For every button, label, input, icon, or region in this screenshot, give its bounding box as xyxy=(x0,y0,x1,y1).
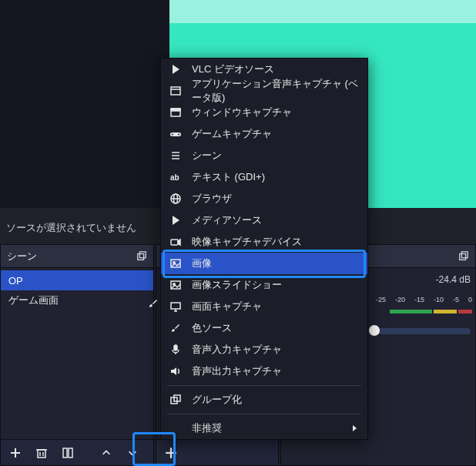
svg-rect-4 xyxy=(38,450,45,458)
move-scene-up-button[interactable] xyxy=(96,443,116,463)
scenes-panel: シーン OPゲーム画面 xyxy=(0,244,154,466)
none-icon xyxy=(169,421,183,435)
svg-rect-1 xyxy=(139,251,146,257)
db-readout: -24.4 dB xyxy=(436,274,471,285)
scene-item[interactable]: OP xyxy=(1,270,153,290)
menu-item-group[interactable]: グループ化 xyxy=(161,389,367,411)
scenes-list: OPゲーム画面 xyxy=(1,268,153,439)
scenes-title: シーン xyxy=(7,250,37,263)
no-source-selected-label: ソースが選択されていません xyxy=(6,221,136,235)
scenes-header[interactable]: シーン xyxy=(1,245,153,268)
svg-marker-29 xyxy=(173,216,179,225)
svg-rect-0 xyxy=(138,253,144,260)
svg-rect-8 xyxy=(63,448,67,458)
menu-item-text-gdi[interactable]: abテキスト (GDI+) xyxy=(161,166,367,188)
menu-item-label: 画像スライドショー xyxy=(192,278,282,292)
menu-item-deprecated[interactable]: 非推奨 xyxy=(161,417,367,439)
image-icon xyxy=(169,278,183,292)
svg-marker-44 xyxy=(353,425,357,431)
sources-toolbar xyxy=(156,439,278,465)
menu-separator xyxy=(167,385,361,386)
menu-item-audio-in[interactable]: 音声入力キャプチャ xyxy=(161,339,367,360)
window-icon xyxy=(169,106,183,119)
menu-item-slideshow[interactable]: 画像スライドショー xyxy=(161,274,367,296)
svg-rect-9 xyxy=(69,448,72,458)
volume-slider[interactable] xyxy=(370,328,471,334)
menu-item-scene-src[interactable]: シーン xyxy=(161,145,367,166)
add-source-context-menu[interactable]: VLC ビデオソースアプリケーション音声キャプチャ (ベータ版)ウィンドウキャプ… xyxy=(160,58,368,440)
meter-seg-green xyxy=(390,310,432,313)
menu-item-label: 音声出力キャプチャ xyxy=(192,364,282,378)
svg-point-21 xyxy=(178,134,179,136)
meter-seg-red xyxy=(458,310,472,313)
svg-text:ab: ab xyxy=(170,173,179,182)
scale-tick: -20 xyxy=(395,296,405,303)
svg-rect-15 xyxy=(171,87,180,95)
menu-item-game-cap[interactable]: ゲームキャプチャ xyxy=(161,123,367,145)
menu-item-label: アプリケーション音声キャプチャ (ベータ版) xyxy=(192,77,358,105)
dock-undock-icon[interactable] xyxy=(136,251,147,262)
menu-item-media[interactable]: メディアソース xyxy=(161,210,367,231)
remove-scene-button[interactable] xyxy=(32,443,52,463)
menu-item-color-src[interactable]: 色ソース xyxy=(161,317,367,339)
brush-peek-icon xyxy=(146,297,160,310)
menu-item-video-device[interactable]: 映像キャプチャデバイス xyxy=(161,231,367,253)
camera-icon xyxy=(169,235,183,249)
menu-item-label: ゲームキャプチャ xyxy=(192,127,272,141)
preview-color-source-top xyxy=(169,0,476,23)
svg-rect-36 xyxy=(171,303,180,309)
meter-seg-yellow xyxy=(434,310,457,313)
scale-tick: -25 xyxy=(376,296,386,303)
dock-undock-icon[interactable] xyxy=(458,251,469,262)
gamepad-icon xyxy=(169,127,183,141)
svg-rect-18 xyxy=(171,109,180,111)
menu-item-label: シーン xyxy=(192,149,222,163)
monitor-icon xyxy=(169,300,183,313)
add-source-button[interactable] xyxy=(161,443,181,463)
menu-item-label: 画像 xyxy=(192,256,212,270)
menu-item-label: 非推奨 xyxy=(192,421,222,435)
menu-item-label: ブラウザ xyxy=(192,192,232,206)
svg-marker-14 xyxy=(173,65,179,74)
menu-item-label: グループ化 xyxy=(192,393,242,407)
play-icon xyxy=(169,62,183,76)
scale-tick: -10 xyxy=(434,296,444,303)
svg-rect-12 xyxy=(460,253,466,260)
svg-rect-13 xyxy=(461,251,468,257)
menu-separator xyxy=(167,414,361,414)
scene-item[interactable]: ゲーム画面 xyxy=(1,290,153,310)
svg-marker-31 xyxy=(178,240,180,245)
meter-scale xyxy=(390,310,472,313)
preview-dark-slice xyxy=(0,0,169,208)
menu-item-browser[interactable]: ブラウザ xyxy=(161,188,367,210)
menu-item-label: 音声入力キャプチャ xyxy=(192,343,282,357)
menu-item-label: メディアソース xyxy=(192,213,262,227)
volume-slider-knob[interactable] xyxy=(369,325,380,336)
scale-tick: -5 xyxy=(453,296,459,303)
group-icon xyxy=(169,393,183,407)
menu-item-window-cap[interactable]: ウィンドウキャプチャ xyxy=(161,102,367,123)
menu-item-audio-out[interactable]: 音声出力キャプチャ xyxy=(161,360,367,382)
svg-marker-41 xyxy=(171,367,176,375)
move-scene-down-button[interactable] xyxy=(122,443,142,463)
menu-item-image[interactable]: 画像 xyxy=(161,253,367,274)
image-icon xyxy=(169,256,183,270)
scenes-toolbar xyxy=(1,439,153,465)
text-ab-icon: ab xyxy=(169,170,183,184)
menu-item-display-cap[interactable]: 画面キャプチャ xyxy=(161,296,367,317)
app-window-icon xyxy=(169,84,183,98)
scene-item-label: OP xyxy=(8,275,23,287)
menu-item-label: 画面キャプチャ xyxy=(192,300,262,313)
menu-item-label: ウィンドウキャプチャ xyxy=(192,106,292,119)
scene-filters-button[interactable] xyxy=(58,443,78,463)
add-scene-button[interactable] xyxy=(5,443,25,463)
play-icon xyxy=(169,213,183,227)
svg-rect-30 xyxy=(171,240,178,245)
globe-icon xyxy=(169,192,183,206)
menu-item-label: 色ソース xyxy=(192,321,232,335)
menu-item-app-audio[interactable]: アプリケーション音声キャプチャ (ベータ版) xyxy=(161,80,367,102)
list-icon xyxy=(169,149,183,163)
speaker-icon xyxy=(169,364,183,378)
brush-icon xyxy=(169,321,183,335)
scale-tick: 0 xyxy=(468,296,472,303)
